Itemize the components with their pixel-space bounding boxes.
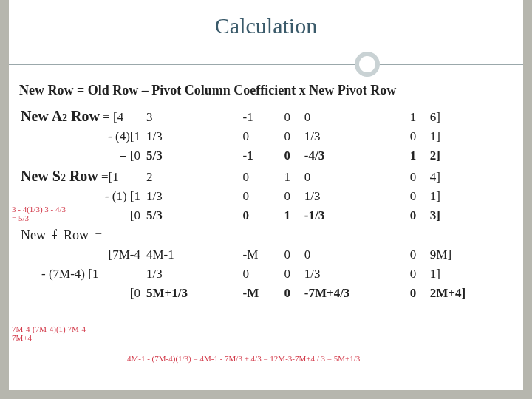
s2-row-1: New S2 Row =[1 2 0 1 0 0 4] [19, 166, 513, 187]
s2-row-2: - (1) [1 1/3 0 0 1/3 0 1] [19, 187, 513, 206]
f-r1-lead: [7M-4 [109, 248, 140, 262]
s2-head: New S2 Row [21, 168, 98, 184]
slide: Calculation New Row = Old Row – Pivot Co… [9, 0, 523, 390]
formula-text: New Row = Old Row – Pivot Column Coeffic… [19, 83, 513, 98]
a2-head: New A2 Row [21, 108, 100, 124]
s2-r1-lead: =[1 [101, 170, 119, 184]
f-r2-lead: - (7M-4) [1 [41, 267, 98, 281]
content-area: New Row = Old Row – Pivot Column Coeffic… [9, 78, 523, 303]
f-row-1: [7M-4 4M-1 -M 0 0 0 9M] [19, 245, 513, 265]
handnote-3: 4M-1 - (7M-4)(1/3) = 4M-1 - 7M/3 + 4/3 =… [127, 355, 511, 364]
a2-r2-lead: - (4)[1 [108, 129, 140, 143]
f-row-3: [0 5M+1/3 -M 0 -7M+4/3 0 2M+4] [19, 284, 513, 303]
a2-row-2: - (4)[1 1/3 0 0 1/3 0 1] [19, 127, 513, 146]
a2-r1-lead: = [4 [103, 110, 123, 124]
a2-row-3: = [0 5/3 -1 0 -4/3 1 2] [19, 146, 513, 166]
a2-r3-lead: = [0 [120, 149, 140, 163]
f-row-0: New f Row = [19, 225, 513, 245]
f-r0-lead: = [95, 228, 103, 242]
calc-table: New A2 Row = [4 3 -1 0 0 1 6] - (4)[1 1/… [19, 106, 513, 303]
s2-r3-lead: = [0 [120, 208, 140, 222]
rule-circle-icon [355, 52, 380, 77]
f-row-2: - (7M-4) [1 1/3 0 0 1/3 0 1] [19, 265, 513, 284]
handnote-2: 7M-4-(7M-4)(1) 7M-4-7M+4 [12, 325, 108, 342]
a2-row-1: New A2 Row = [4 3 -1 0 0 1 6] [19, 106, 513, 127]
slide-title: Calculation [9, 13, 523, 38]
rule-line [9, 64, 523, 65]
f-head: New f Row [21, 228, 89, 242]
f-r3-lead: [0 [130, 286, 140, 300]
title-area: Calculation [9, 0, 523, 78]
title-rule [9, 52, 523, 78]
s2-row-3: = [0 5/3 0 1 -1/3 0 3] [19, 206, 513, 225]
s2-r2-lead: - (1) [1 [105, 189, 140, 203]
